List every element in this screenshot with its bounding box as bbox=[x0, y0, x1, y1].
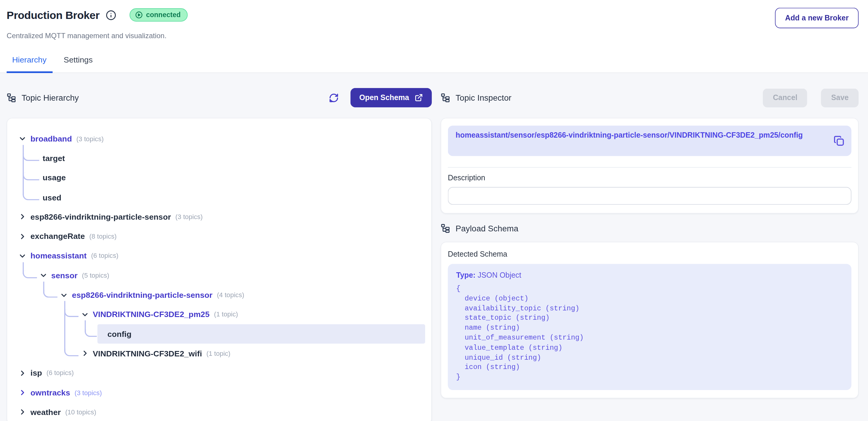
tree-node-target[interactable]: target bbox=[7, 149, 431, 168]
tree-node-used[interactable]: used bbox=[7, 188, 431, 207]
cancel-button[interactable]: Cancel bbox=[763, 88, 808, 107]
add-broker-button[interactable]: Add a new Broker bbox=[775, 8, 859, 28]
chevron-right-icon[interactable] bbox=[81, 350, 88, 357]
tree-node-vindriktning-pm25[interactable]: VINDRIKTNING-CF3DE2_pm25 (1 topic) bbox=[7, 305, 431, 324]
payload-schema-icon bbox=[441, 223, 450, 233]
tree-node-usage[interactable]: usage bbox=[7, 168, 431, 188]
schema-line: unique_id (string) bbox=[456, 353, 843, 363]
page-title: Production Broker bbox=[7, 8, 99, 22]
schema-type-line: Type: JSON Object bbox=[456, 270, 843, 280]
tree-node-label: esp8266-vindriktning-particle-sensor bbox=[30, 213, 171, 221]
tab-hierarchy[interactable]: Hierarchy bbox=[12, 55, 46, 72]
detected-schema-block: Type: JSON Object { device (object) avai… bbox=[448, 264, 851, 390]
app-header: Production Broker connected Add a new Br… bbox=[0, 0, 868, 73]
chevron-down-icon[interactable] bbox=[19, 135, 26, 142]
hierarchy-panel-title: Topic Hierarchy bbox=[22, 93, 79, 102]
tree-node-label: sensor bbox=[51, 271, 78, 280]
tree-node-label: isp bbox=[30, 369, 42, 378]
chevron-right-icon[interactable] bbox=[19, 409, 26, 416]
save-button[interactable]: Save bbox=[821, 88, 858, 107]
inspector-icon bbox=[441, 93, 450, 102]
schema-line: unit_of_measurement (string) bbox=[456, 333, 843, 343]
tree-node-count: (8 topics) bbox=[89, 233, 117, 240]
tree-node-label: VINDRIKTNING-CF3DE2_wifi bbox=[93, 349, 202, 358]
external-link-icon bbox=[414, 93, 423, 102]
tree-node-count: (1 topic) bbox=[207, 350, 230, 357]
tab-bar: Hierarchy Settings bbox=[7, 55, 859, 72]
chevron-right-icon[interactable] bbox=[19, 213, 26, 220]
status-badge: connected bbox=[129, 8, 188, 22]
chevron-down-icon[interactable] bbox=[40, 272, 47, 279]
tree-node-label: homeassistant bbox=[30, 252, 87, 260]
tree-node-label: used bbox=[43, 193, 61, 202]
tree-node-vindriktning-wifi[interactable]: VINDRIKTNING-CF3DE2_wifi (1 topic) bbox=[7, 344, 431, 363]
copy-icon[interactable] bbox=[834, 135, 844, 146]
tree-node-esp8266-nested[interactable]: esp8266-vindriktning-particle-sensor (4 … bbox=[7, 285, 431, 305]
schema-line: icon (string) bbox=[456, 363, 843, 373]
chevron-down-icon[interactable] bbox=[81, 311, 88, 318]
schema-type-label: Type: bbox=[456, 271, 475, 280]
tree-node-label: esp8266-vindriktning-particle-sensor bbox=[72, 291, 212, 299]
page-subtitle: Centralized MQTT management and visualiz… bbox=[7, 32, 859, 40]
tab-settings[interactable]: Settings bbox=[64, 55, 93, 72]
tree-node-esp8266-root[interactable]: esp8266-vindriktning-particle-sensor (3 … bbox=[7, 207, 431, 227]
schema-line: } bbox=[456, 372, 843, 382]
divider bbox=[448, 167, 851, 168]
open-schema-button[interactable]: Open Schema bbox=[350, 88, 432, 107]
tree-node-label: owntracks bbox=[30, 388, 70, 397]
play-circle-icon bbox=[135, 11, 143, 19]
inspector-card: homeassistant/sensor/esp8266-vindriktnin… bbox=[441, 118, 859, 214]
tree-node-config-selected[interactable]: config bbox=[7, 324, 431, 344]
app-root: Production Broker connected Add a new Br… bbox=[0, 0, 868, 421]
schema-line: availability_topic (string) bbox=[456, 303, 843, 314]
tree-node-label: broadband bbox=[30, 134, 72, 143]
chevron-right-icon[interactable] bbox=[19, 369, 26, 377]
description-label: Description bbox=[448, 174, 851, 183]
schema-line: value_template (string) bbox=[456, 343, 843, 353]
tree-node-sensor[interactable]: sensor (5 topics) bbox=[7, 266, 431, 285]
topic-tree: broadband (3 topics) target usage used e… bbox=[7, 118, 432, 421]
tree-node-count: (6 topics) bbox=[46, 369, 74, 377]
open-schema-label: Open Schema bbox=[359, 93, 409, 102]
tree-node-label: config bbox=[107, 330, 131, 338]
tree-node-count: (10 topics) bbox=[65, 408, 96, 416]
chevron-right-icon[interactable] bbox=[19, 233, 26, 240]
inspector-panel-title: Topic Inspector bbox=[456, 93, 512, 102]
tree-node-exchangerate[interactable]: exchangeRate (8 topics) bbox=[7, 227, 431, 246]
schema-line: { bbox=[456, 284, 843, 294]
schema-line: name (string) bbox=[456, 323, 843, 333]
tree-node-count: (5 topics) bbox=[82, 272, 110, 280]
tree-node-count: (4 topics) bbox=[217, 291, 244, 299]
tree-node-count: (6 topics) bbox=[91, 252, 119, 260]
hierarchy-icon bbox=[7, 93, 16, 102]
tree-node-label: VINDRIKTNING-CF3DE2_pm25 bbox=[93, 310, 210, 319]
topic-path-box: homeassistant/sensor/esp8266-vindriktnin… bbox=[448, 126, 851, 156]
tree-node-count: (3 topics) bbox=[76, 135, 104, 143]
detected-schema-label: Detected Schema bbox=[448, 250, 851, 259]
refresh-icon[interactable] bbox=[327, 91, 341, 105]
tree-node-weather[interactable]: weather (10 topics) bbox=[7, 402, 431, 421]
tree-node-label: usage bbox=[43, 173, 66, 182]
tree-node-broadband[interactable]: broadband (3 topics) bbox=[7, 129, 431, 149]
tree-node-owntracks[interactable]: owntracks (3 topics) bbox=[7, 383, 431, 402]
info-icon[interactable] bbox=[105, 10, 116, 20]
chevron-down-icon[interactable] bbox=[19, 252, 26, 259]
tree-node-count: (1 topic) bbox=[214, 311, 238, 318]
payload-schema-card: Detected Schema Type: JSON Object { devi… bbox=[441, 242, 859, 398]
tree-node-homeassistant[interactable]: homeassistant (6 topics) bbox=[7, 246, 431, 266]
status-badge-label: connected bbox=[146, 10, 181, 19]
tree-node-count: (3 topics) bbox=[175, 213, 203, 221]
schema-type-value: JSON Object bbox=[478, 271, 521, 280]
tree-node-label: weather bbox=[30, 408, 61, 417]
topic-path: homeassistant/sensor/esp8266-vindriktnin… bbox=[456, 131, 826, 141]
tree-node-label: exchangeRate bbox=[30, 232, 85, 241]
tree-node-label: target bbox=[43, 154, 65, 163]
description-input[interactable] bbox=[448, 187, 851, 205]
tree-node-count: (3 topics) bbox=[74, 389, 102, 396]
tree-node-isp[interactable]: isp (6 topics) bbox=[7, 363, 431, 383]
chevron-down-icon[interactable] bbox=[60, 291, 68, 298]
schema-line: device (object) bbox=[456, 294, 843, 303]
schema-line: state_topic (string) bbox=[456, 314, 843, 323]
payload-schema-title: Payload Schema bbox=[456, 223, 518, 233]
chevron-right-icon[interactable] bbox=[19, 389, 26, 396]
